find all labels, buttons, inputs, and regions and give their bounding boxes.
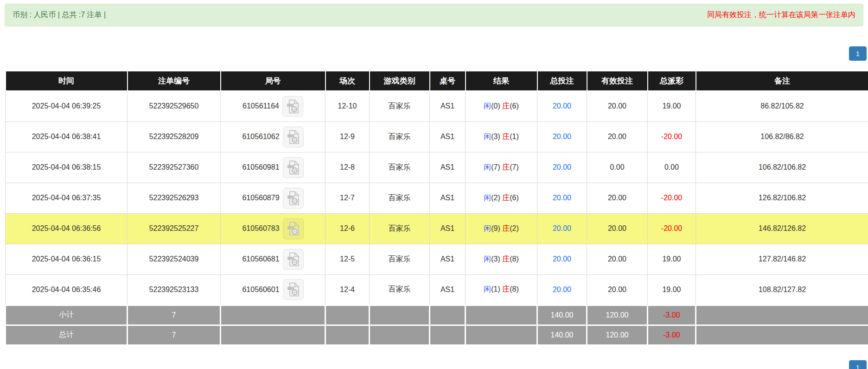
col-round-no: 局号 <box>221 71 326 91</box>
currency-total-text: 币别 : 人民币 | 总共 :7 注单 | <box>13 10 106 20</box>
banker-result-label: 庄 <box>502 285 510 293</box>
video-file-icon <box>287 252 300 267</box>
same-round-notice-text: 同局有效投注，统一计算在该局第一张注单内 <box>707 10 855 20</box>
cell-bet-no: 522392529650 <box>128 91 221 121</box>
cell-result: 闲(3) 庄(8) <box>466 244 537 274</box>
total-bet-link[interactable]: 20.00 <box>553 102 571 110</box>
video-replay-button[interactable] <box>282 96 303 117</box>
video-replay-button[interactable] <box>283 157 304 178</box>
pagination-page-button-bottom[interactable]: 1 <box>849 360 867 369</box>
table-header: 时间 注单编号 局号 场次 游戏类别 桌号 结果 总投注 有效投注 总派彩 备注 <box>6 71 868 91</box>
cell-payout: 19.00 <box>648 274 696 305</box>
cell-game-type: 百家乐 <box>370 91 430 121</box>
cell-total-bet: 20.00 <box>537 213 587 244</box>
table-row: 2025-04-04 06:39:25 522392529650 6105611… <box>6 91 868 121</box>
video-file-icon <box>287 222 300 236</box>
cell-table-no: AS1 <box>430 274 466 305</box>
player-result-label: 闲 <box>484 194 491 202</box>
banker-result-label: 庄 <box>502 224 510 232</box>
video-replay-button[interactable] <box>283 127 304 147</box>
cell-bet-no: 522392523133 <box>128 274 221 305</box>
table-summary: 小计 7 140.00 120.00 -3.00 总计 7 140.00 120… <box>6 305 868 345</box>
cell-total-bet: 20.00 <box>537 152 587 183</box>
cell-valid-bet: 0.00 <box>587 152 648 183</box>
banker-result-label: 庄 <box>502 255 510 263</box>
player-result-score: (0) <box>491 102 500 110</box>
banker-result-score: (8) <box>510 255 519 263</box>
total-bet-link[interactable]: 20.00 <box>553 133 571 140</box>
video-replay-button[interactable] <box>283 218 304 239</box>
cell-total-bet: 20.00 <box>537 274 587 305</box>
pagination-page-button[interactable]: 1 <box>849 46 867 61</box>
video-file-icon <box>287 130 300 144</box>
cell-remark: 146.82/126.82 <box>696 213 868 244</box>
banker-result-score: (1) <box>510 133 519 140</box>
player-result-score: (9) <box>491 224 500 232</box>
cell-total-bet: 20.00 <box>537 121 587 152</box>
col-game-type: 游戏类别 <box>370 71 430 91</box>
subtotal-count: 7 <box>128 305 221 325</box>
cell-session: 12-4 <box>326 274 370 305</box>
cell-game-type: 百家乐 <box>370 183 430 213</box>
cell-valid-bet: 20.00 <box>587 91 648 121</box>
cell-round-no: 610560601 <box>221 274 326 305</box>
table-body: 2025-04-04 06:39:25 522392529650 6105611… <box>6 91 868 305</box>
video-file-icon <box>287 99 299 114</box>
player-result-score: (3) <box>491 133 500 140</box>
total-bet-link[interactable]: 20.00 <box>553 163 571 171</box>
cell-table-no: AS1 <box>430 183 466 213</box>
cell-table-no: AS1 <box>430 213 466 244</box>
video-replay-button[interactable] <box>283 279 304 300</box>
cell-round-no: 610560783 <box>221 213 326 244</box>
cell-valid-bet: 20.00 <box>587 183 648 213</box>
banker-result-label: 庄 <box>502 102 510 110</box>
video-replay-button[interactable] <box>283 188 304 209</box>
video-file-icon <box>287 160 300 175</box>
banker-result-label: 庄 <box>502 194 510 202</box>
banker-result-score: (6) <box>510 194 519 202</box>
cell-payout: -20.00 <box>648 121 696 152</box>
cell-result: 闲(7) 庄(7) <box>466 152 537 183</box>
banker-result-label: 庄 <box>502 133 510 140</box>
cell-valid-bet: 20.00 <box>587 213 648 244</box>
cell-table-no: AS1 <box>430 152 466 183</box>
player-result-label: 闲 <box>484 224 491 232</box>
cell-session: 12-9 <box>326 121 370 152</box>
cell-game-type: 百家乐 <box>370 274 430 305</box>
table-row: 2025-04-04 06:37:35 522392526293 6105608… <box>6 183 868 213</box>
table-row: 2025-04-04 06:38:15 522392527360 6105609… <box>6 152 868 183</box>
subtotal-total-bet: 140.00 <box>537 305 587 325</box>
table-row: 2025-04-04 06:36:15 522392524039 6105606… <box>6 244 868 274</box>
round-number-text: 610560601 <box>242 286 279 294</box>
round-number-text: 610560879 <box>242 194 279 202</box>
col-total-bet: 总投注 <box>537 71 587 91</box>
cell-payout: -20.00 <box>648 183 696 213</box>
cell-result: 闲(1) 庄(8) <box>466 274 537 305</box>
player-result-label: 闲 <box>484 255 491 263</box>
round-number-text: 610561062 <box>242 133 279 141</box>
col-time: 时间 <box>6 71 128 91</box>
col-result: 结果 <box>466 71 537 91</box>
cell-bet-no: 522392528209 <box>128 121 221 152</box>
cell-session: 12-8 <box>326 152 370 183</box>
table-row: 2025-04-04 06:36:56 522392525227 6105607… <box>6 213 868 244</box>
cell-game-type: 百家乐 <box>370 244 430 274</box>
subtotal-row: 小计 7 140.00 120.00 -3.00 <box>6 305 868 325</box>
cell-bet-no: 522392526293 <box>128 183 221 213</box>
cell-total-bet: 20.00 <box>537 91 587 121</box>
cell-result: 闲(0) 庄(6) <box>466 91 537 121</box>
bet-records-table: 时间 注单编号 局号 场次 游戏类别 桌号 结果 总投注 有效投注 总派彩 备注… <box>5 70 868 346</box>
total-bet-link[interactable]: 20.00 <box>553 255 571 263</box>
video-file-icon <box>287 282 300 297</box>
total-bet-link[interactable]: 20.00 <box>553 224 571 232</box>
cell-valid-bet: 20.00 <box>587 121 648 152</box>
cell-game-type: 百家乐 <box>370 213 430 244</box>
col-bet-no: 注单编号 <box>128 71 221 91</box>
video-replay-button[interactable] <box>283 249 304 270</box>
cell-round-no: 610560981 <box>221 152 326 183</box>
total-bet-link[interactable]: 20.00 <box>553 286 571 293</box>
currency-summary-banner: 币别 : 人民币 | 总共 :7 注单 | 同局有效投注，统一计算在该局第一张注… <box>5 4 863 26</box>
banker-result-score: (8) <box>510 285 519 293</box>
total-bet-link[interactable]: 20.00 <box>553 194 571 202</box>
cell-game-type: 百家乐 <box>370 121 430 152</box>
